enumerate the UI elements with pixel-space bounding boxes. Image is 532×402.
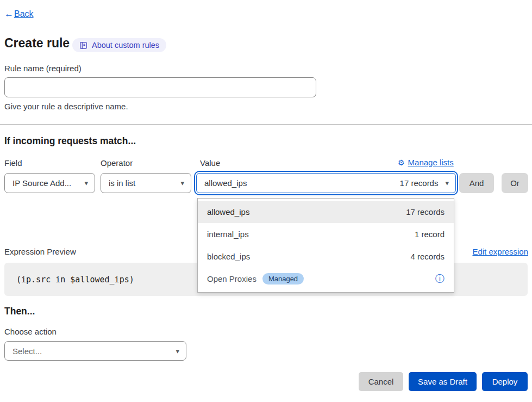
- list-name: internal_ips: [207, 230, 249, 239]
- dropdown-option-allowed-ips[interactable]: allowed_ips 17 records: [198, 201, 454, 223]
- expression-code: (ip.src in $allowed_ips): [16, 275, 134, 285]
- list-name: allowed_ips: [207, 207, 249, 217]
- value-select-value: allowed_ips: [204, 178, 247, 188]
- choose-action-label: Choose action: [4, 327, 57, 336]
- field-select[interactable]: IP Source Add... ▾: [4, 173, 95, 193]
- chevron-down-icon: ▾: [84, 180, 88, 187]
- list-record-count: 4 records: [410, 252, 445, 261]
- create-rule-page: ← Back Create rule About custom rules Ru…: [0, 0, 532, 402]
- field-label: Field: [4, 158, 22, 168]
- deploy-button[interactable]: Deploy: [482, 372, 528, 391]
- managed-badge: Managed: [262, 273, 304, 285]
- operator-label: Operator: [101, 158, 133, 168]
- and-button[interactable]: And: [459, 173, 494, 193]
- rule-name-helper: Give your rule a descriptive name.: [4, 102, 128, 111]
- dropdown-option-internal-ips[interactable]: internal_ips 1 record: [198, 223, 454, 245]
- manage-lists-link[interactable]: ⚙ Manage lists: [398, 158, 454, 167]
- value-label: Value: [200, 158, 220, 168]
- operator-select-value: is in list: [109, 178, 135, 188]
- dropdown-option-open-proxies[interactable]: Open Proxies Managed ⓘ: [198, 268, 454, 290]
- edit-expression-link[interactable]: Edit expression: [472, 247, 528, 256]
- field-select-value: IP Source Add...: [12, 178, 71, 188]
- about-custom-rules-label: About custom rules: [92, 41, 159, 50]
- expression-preview-label: Expression Preview: [4, 247, 76, 256]
- match-section-heading: If incoming requests match...: [4, 135, 136, 147]
- gear-icon: ⚙: [398, 158, 405, 167]
- list-name: blocked_ips: [207, 252, 250, 261]
- info-icon[interactable]: ⓘ: [435, 274, 445, 283]
- back-arrow-icon: ←: [4, 9, 14, 20]
- manage-lists-label: Manage lists: [408, 158, 454, 167]
- dropdown-option-blocked-ips[interactable]: blocked_ips 4 records: [198, 245, 454, 268]
- page-title: Create rule: [4, 36, 70, 51]
- book-icon: [79, 41, 87, 50]
- operator-select[interactable]: is in list ▾: [101, 173, 191, 193]
- section-divider: [0, 124, 532, 125]
- list-record-count: 1 record: [415, 230, 445, 239]
- back-label: Back: [14, 9, 34, 19]
- or-button[interactable]: Or: [502, 173, 528, 193]
- value-select-records: 17 records: [400, 178, 439, 188]
- cancel-button[interactable]: Cancel: [359, 372, 403, 391]
- back-link[interactable]: ← Back: [4, 9, 34, 20]
- rule-name-label: Rule name (required): [4, 64, 82, 73]
- action-select-placeholder: Select...: [12, 347, 42, 356]
- list-record-count: 17 records: [406, 207, 445, 217]
- chevron-down-icon: ▾: [180, 180, 184, 187]
- rule-name-input[interactable]: [4, 77, 316, 97]
- action-select[interactable]: Select... ▾: [4, 341, 186, 361]
- about-custom-rules-link[interactable]: About custom rules: [72, 38, 166, 52]
- save-as-draft-button[interactable]: Save as Draft: [409, 372, 477, 391]
- chevron-down-icon: ▾: [445, 180, 449, 187]
- value-select[interactable]: allowed_ips 17 records ▾: [196, 173, 456, 193]
- value-dropdown-panel: allowed_ips 17 records internal_ips 1 re…: [197, 198, 454, 293]
- then-section-heading: Then...: [4, 306, 35, 317]
- list-name: Open Proxies: [207, 274, 256, 283]
- chevron-down-icon: ▾: [176, 348, 179, 355]
